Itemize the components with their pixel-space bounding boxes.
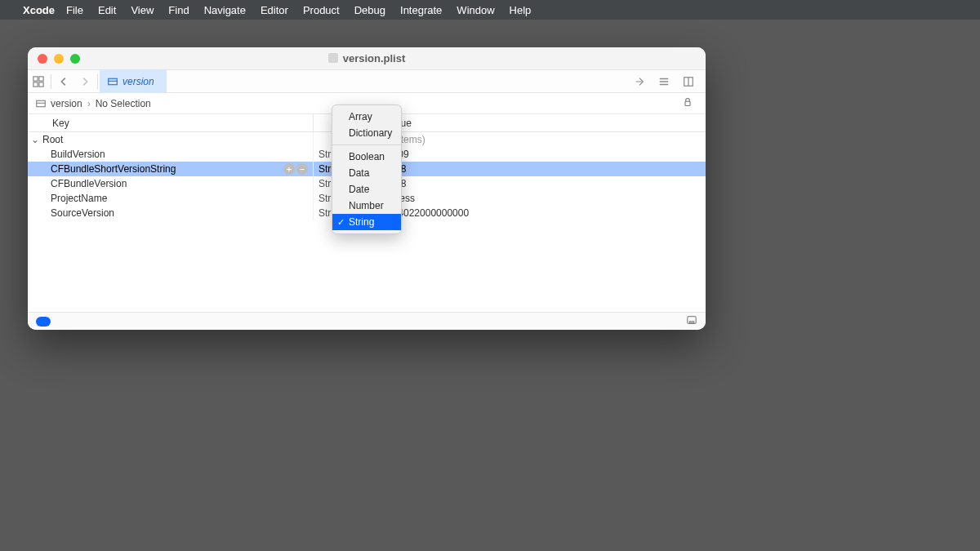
menu-edit[interactable]: Edit (98, 4, 116, 16)
window-title: version.plist (28, 52, 706, 64)
plist-icon (36, 99, 46, 109)
editor-tab-label: version (122, 76, 154, 87)
nav-back-button[interactable] (53, 70, 74, 93)
row-value[interactable]: 524022000000000 (379, 206, 706, 220)
svg-rect-9 (689, 321, 693, 322)
svg-rect-4 (109, 78, 118, 85)
svg-rect-3 (39, 82, 43, 86)
menu-window[interactable]: Window (457, 4, 494, 16)
editor-tab-version[interactable]: version (100, 70, 167, 93)
chevron-right-icon: › (87, 98, 91, 109)
row-key: Root (42, 134, 63, 145)
menu-view[interactable]: View (131, 4, 154, 16)
add-editor-button[interactable] (678, 70, 699, 93)
type-option-string[interactable]: String (332, 214, 401, 230)
type-option-date[interactable]: Date (332, 181, 401, 198)
svg-rect-2 (33, 82, 38, 86)
window-title-text: version.plist (343, 52, 406, 64)
row-value: (5 items) (379, 132, 706, 147)
menu-file[interactable]: File (66, 4, 83, 16)
type-dropdown-menu: Array Dictionary Boolean Data Date Numbe… (332, 104, 402, 234)
document-icon (328, 53, 338, 63)
menu-separator (332, 144, 401, 145)
editor-options-button[interactable] (653, 70, 675, 93)
row-key: ProjectName (51, 193, 107, 204)
column-header-value[interactable]: Value (379, 114, 706, 131)
menu-debug[interactable]: Debug (354, 4, 385, 16)
row-key: SourceVersion (51, 207, 114, 219)
related-items-button[interactable] (28, 70, 49, 93)
menu-navigate[interactable]: Navigate (204, 4, 246, 16)
editor-footer (28, 312, 706, 330)
menu-integrate[interactable]: Integrate (400, 4, 442, 16)
row-value[interactable]: 1209 (379, 147, 706, 162)
menu-editor[interactable]: Editor (261, 4, 288, 16)
row-key: CFBundleShortVersionString (51, 163, 176, 175)
svg-rect-1 (39, 76, 43, 80)
svg-rect-7 (685, 101, 690, 105)
add-row-button[interactable]: + (283, 163, 295, 175)
row-value[interactable]: 3.18 (379, 162, 706, 176)
path-selection[interactable]: No Selection (96, 98, 151, 109)
type-option-boolean[interactable]: Boolean (332, 149, 401, 165)
menu-help[interactable]: Help (510, 4, 532, 16)
menu-product[interactable]: Product (303, 4, 340, 16)
path-file[interactable]: version (51, 98, 82, 109)
app-menu[interactable]: Xcode (23, 4, 55, 16)
svg-rect-0 (33, 76, 38, 80)
xcode-window: version.plist version (28, 47, 706, 330)
nav-forward-button[interactable] (74, 70, 96, 93)
type-option-array[interactable]: Array (332, 109, 401, 125)
type-option-data[interactable]: Data (332, 165, 401, 181)
svg-rect-6 (37, 100, 46, 107)
type-option-dictionary[interactable]: Dictionary (332, 125, 401, 141)
type-option-number[interactable]: Number (332, 198, 401, 214)
remove-row-button[interactable]: − (296, 163, 308, 175)
window-titlebar: version.plist (28, 47, 706, 70)
macos-menubar: Xcode File Edit View Find Navigate Edito… (0, 0, 980, 20)
editor-toolbar: version (28, 70, 706, 93)
row-value[interactable]: 3.18 (379, 176, 706, 191)
column-header-key[interactable]: Key (28, 114, 314, 131)
menu-find[interactable]: Find (168, 4, 189, 16)
lock-icon[interactable] (683, 97, 697, 109)
filter-button[interactable] (36, 317, 51, 327)
add-remove-buttons: + − (283, 163, 308, 175)
disclosure-triangle-icon[interactable]: ⌄ (31, 134, 39, 145)
row-key: BuildVersion (51, 149, 105, 160)
row-value[interactable]: Chess (379, 191, 706, 206)
adjust-editor-button[interactable] (629, 70, 650, 93)
row-key: CFBundleVersion (51, 178, 127, 189)
footer-right-icon[interactable] (686, 314, 697, 329)
